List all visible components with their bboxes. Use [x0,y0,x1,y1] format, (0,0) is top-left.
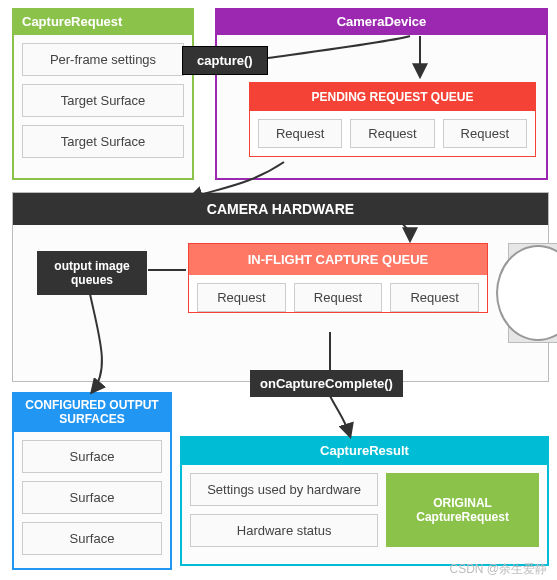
target-surface-slot-2: Target Surface [22,125,184,158]
lens-icon [496,245,557,341]
in-flight-request-2: Request [294,283,383,312]
in-flight-request-3: Request [390,283,479,312]
output-image-queues-tag: output image queues [37,251,147,295]
surface-slot-3: Surface [22,522,162,555]
surface-slot-1: Surface [22,440,162,473]
surface-slot-2: Surface [22,481,162,514]
target-surface-slot-1: Target Surface [22,84,184,117]
in-flight-request-1: Request [197,283,286,312]
original-capture-request: ORIGINAL CaptureRequest [386,473,539,547]
capture-result-box: CaptureResult Settings used by hardware … [180,436,549,566]
camera-hardware-title: CAMERA HARDWARE [13,193,548,225]
pending-request-1: Request [258,119,342,148]
configured-output-surfaces-title: CONFIGURED OUTPUT SURFACES [12,392,172,432]
capture-result-title: CaptureResult [180,436,549,465]
pending-request-row: Request Request Request [250,111,535,148]
configured-output-surfaces-box: CONFIGURED OUTPUT SURFACES Surface Surfa… [12,392,172,570]
pending-request-queue-title: PENDING REQUEST QUEUE [250,83,535,111]
in-flight-queue-box: IN-FLIGHT CAPTURE QUEUE Request Request … [188,243,488,313]
watermark: CSDN @余生爱静 [449,561,547,578]
camera-hardware-box: CAMERA HARDWARE output image queues IN-F… [12,192,549,382]
pending-request-2: Request [350,119,434,148]
pending-request-3: Request [443,119,527,148]
in-flight-queue-title: IN-FLIGHT CAPTURE QUEUE [189,244,487,275]
settings-used-slot: Settings used by hardware [190,473,378,506]
per-frame-settings-slot: Per-frame settings [22,43,184,76]
camera-device-box: CameraDevice PENDING REQUEST QUEUE Reque… [215,8,548,180]
capture-request-title: CaptureRequest [12,8,194,35]
pending-request-queue-box: PENDING REQUEST QUEUE Request Request Re… [249,82,536,157]
camera-device-title: CameraDevice [215,8,548,35]
capture-method-tag: capture() [182,46,268,75]
in-flight-request-row: Request Request Request [189,275,487,312]
hardware-status-slot: Hardware status [190,514,378,547]
on-capture-complete-tag: onCaptureComplete() [250,370,403,397]
capture-request-box: CaptureRequest Per-frame settings Target… [12,8,194,180]
